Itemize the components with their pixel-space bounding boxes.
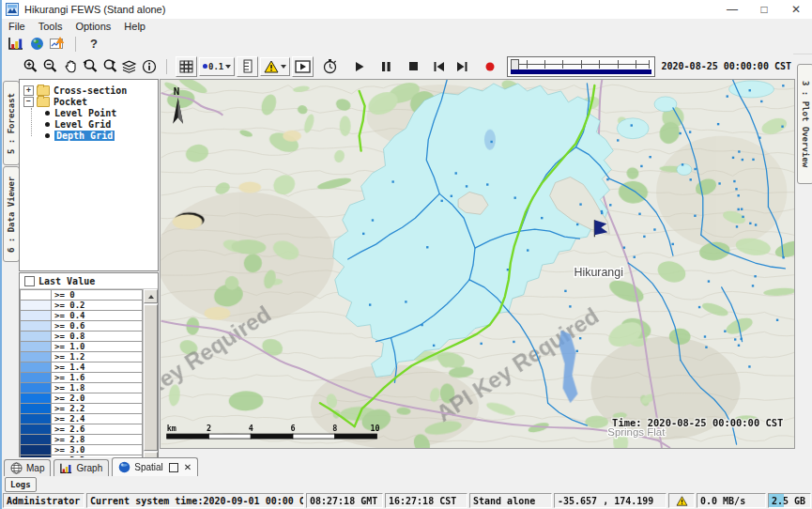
globe-wire-icon (10, 462, 23, 474)
collapse-icon[interactable]: − (23, 97, 34, 107)
tab-graph[interactable]: Graph (54, 459, 109, 476)
legend-row: >= 2.8 (20, 435, 143, 445)
expand-icon[interactable]: + (23, 85, 34, 96)
grid-display-icon[interactable] (176, 56, 197, 77)
svg-text:10: 10 (370, 424, 379, 433)
legend-row: >= 1.0 (20, 342, 143, 352)
animation-player-icon[interactable] (292, 56, 314, 77)
legend-row: >= 0.6 (20, 321, 143, 332)
tab-close-icon[interactable]: ✕ (184, 462, 192, 472)
threshold-dot-icon (203, 64, 207, 69)
panel-tab-data-viewer[interactable]: 6 : Data Viewer (3, 166, 20, 262)
legend-header: Last Value (20, 273, 158, 289)
menu-options[interactable]: Options (69, 20, 117, 33)
tree-item-cross-section[interactable]: + Cross-section (20, 85, 158, 96)
legend-swatch (20, 414, 52, 424)
legend-row: >= 1.6 (20, 373, 143, 383)
warning-dropdown[interactable] (260, 57, 290, 76)
last-value-checkbox[interactable] (24, 276, 35, 286)
tab-spatial-label: Spatial (134, 462, 163, 472)
minimize-button[interactable]: — (716, 1, 748, 19)
legend-swatch (20, 373, 52, 383)
panel-tab-data-viewer-label: 6 : Data Viewer (7, 176, 16, 252)
tree-guide-line (31, 108, 33, 136)
skip-to-end-button[interactable] (452, 57, 472, 76)
tree-item-pocket[interactable]: − Pocket (20, 96, 158, 107)
last-value-label: Last Value (38, 276, 95, 286)
legend-row: >= 3.0 (20, 445, 143, 455)
tab-spatial[interactable]: Spatial ✕ (112, 457, 198, 476)
zoom-out-icon[interactable] (40, 57, 60, 76)
map-display-icon[interactable] (26, 36, 47, 53)
legend-swatch (20, 362, 52, 373)
menu-file[interactable]: File (2, 20, 32, 33)
tree-item-depth-grid[interactable]: Depth Grid (20, 130, 158, 141)
status-warning-cell[interactable] (668, 493, 695, 508)
menu-tools[interactable]: Tools (32, 20, 69, 33)
stopwatch-icon[interactable] (320, 57, 340, 76)
town-label: Hikurangi (574, 266, 622, 279)
scrollbar-thumb[interactable] (144, 304, 158, 451)
play-button[interactable] (349, 57, 369, 76)
close-button[interactable]: ✕ (780, 1, 812, 19)
status-memory-gauge: 2.5 GB (768, 493, 811, 508)
time-slider[interactable] (507, 56, 654, 77)
help-button[interactable]: ? (84, 36, 104, 53)
legend-swatch (20, 352, 52, 362)
tree-item-level-grid[interactable]: Level Grid (20, 118, 158, 130)
explorer-icon[interactable] (6, 36, 26, 53)
warning-icon (676, 496, 688, 506)
tab-map[interactable]: Map (4, 459, 51, 476)
legend-row: >= 2.6 (20, 424, 143, 435)
tree-item-level-point[interactable]: Level Point (20, 107, 158, 118)
app-logo-icon (6, 3, 19, 16)
legend-row: >= 1.2 (20, 352, 143, 362)
pan-hand-icon[interactable] (60, 57, 80, 76)
legend-rows: >= 0 >= 0.2 >= 0.4 >= 0.6 >= 0.8 >= 1.0 … (20, 289, 143, 466)
zoom-previous-icon[interactable] (80, 57, 100, 76)
layers-icon[interactable] (119, 57, 139, 76)
menu-bar: File Tools Options Help (2, 19, 812, 34)
legend-row: >= 2.0 (20, 393, 143, 404)
legend-scrollbar[interactable] (143, 289, 158, 466)
tab-restore-icon[interactable] (169, 463, 178, 472)
menu-help[interactable]: Help (117, 20, 152, 33)
status-bar: Administrator Current system time:2020-0… (2, 492, 812, 509)
stop-button[interactable] (404, 57, 423, 76)
tree-item-label: Level Grid (54, 119, 111, 130)
node-bullet-icon (45, 133, 50, 138)
legend-swatch (20, 332, 52, 342)
status-user: Administrator (3, 493, 84, 508)
legend-swatch (20, 311, 52, 321)
skip-to-start-button[interactable] (429, 57, 449, 76)
maximize-button[interactable]: □ (748, 1, 780, 19)
legend-swatch (20, 424, 52, 435)
tree-item-label: Pocket (54, 97, 87, 107)
legend-swatch (20, 342, 52, 352)
panel-tab-plot-overview[interactable]: 3 : Plot Overview (797, 64, 812, 184)
legend-row: >= 0.8 (20, 332, 143, 342)
threshold-value: 0.1 (208, 62, 223, 71)
svg-text:6: 6 (290, 424, 295, 433)
info-icon[interactable] (139, 57, 159, 76)
scroll-up-icon[interactable] (144, 289, 158, 303)
display-tab-bar: Map Graph Spatial ✕ (2, 457, 812, 476)
svg-text:km: km (167, 424, 176, 433)
longitudinal-profile-icon[interactable] (237, 56, 258, 77)
zoom-next-icon[interactable] (100, 57, 119, 76)
status-throughput: 0.0 MB/s (697, 493, 766, 508)
record-button[interactable] (480, 57, 499, 76)
tree-item-label: Cross-section (54, 85, 127, 96)
map-canvas[interactable]: API Key Required API Key Required (161, 80, 794, 448)
zoom-in-icon[interactable] (21, 57, 40, 76)
profile-display-icon[interactable] (47, 36, 68, 53)
panel-tab-forecast[interactable]: 5 : Forecast (3, 81, 20, 165)
tab-map-label: Map (26, 463, 44, 473)
warning-icon (264, 60, 279, 73)
legend-row: >= 1.4 (20, 362, 143, 373)
logs-button[interactable]: Logs (5, 477, 37, 492)
layer-tree: + Cross-section − Pocket Level Point Lev… (19, 79, 159, 271)
contour-threshold-dropdown[interactable]: 0.1 (199, 57, 235, 76)
pause-button[interactable] (376, 57, 396, 76)
svg-text:N: N (174, 85, 180, 98)
